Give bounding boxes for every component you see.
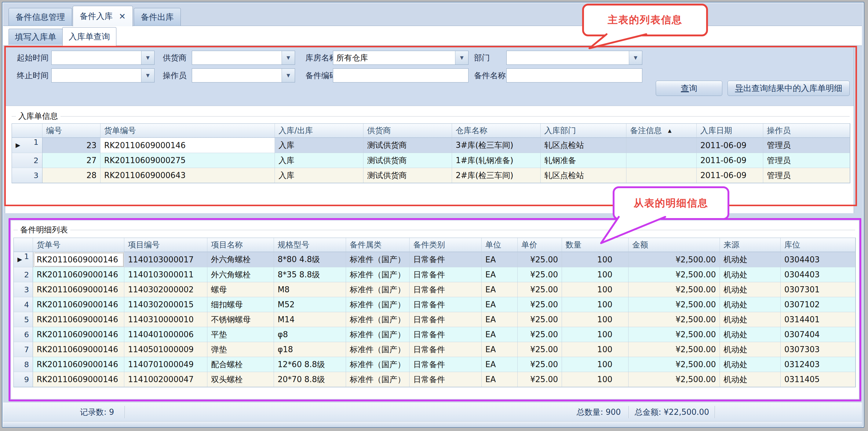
table-cell[interactable]: 细扣螺母 <box>207 297 274 312</box>
table-cell[interactable]: 管理员 <box>763 138 850 153</box>
table-cell[interactable]: RK20110609000146 <box>33 252 124 267</box>
table-cell[interactable]: ¥25.00 <box>518 267 562 282</box>
table-row[interactable]: 2RK201106090001461140103000011外六角螺栓8*35 … <box>14 267 856 282</box>
supplier-combo[interactable]: ▼ <box>192 51 295 65</box>
table-row[interactable]: 5RK201106090001461140310000010不锈钢螺母M14标准… <box>14 312 856 327</box>
table-cell[interactable]: 0307102 <box>781 297 856 312</box>
table-cell[interactable]: 平垫 <box>207 327 274 342</box>
table-cell[interactable]: 8*35 8.8级 <box>274 267 346 282</box>
table-cell[interactable]: 管理员 <box>763 168 850 183</box>
table-cell[interactable]: 2011-06-09 <box>697 168 763 183</box>
table-cell[interactable]: RK20110609000146 <box>33 267 124 282</box>
table-cell[interactable]: RK20110609000146 <box>33 342 124 357</box>
table-cell[interactable]: 标准件（国产） <box>346 327 409 342</box>
row-indicator-header[interactable] <box>14 238 33 252</box>
table-cell[interactable]: 100 <box>562 267 628 282</box>
table-cell[interactable]: 1141002000047 <box>124 372 207 387</box>
table-cell[interactable]: 0304403 <box>781 252 856 267</box>
table-cell[interactable]: ¥2,500.00 <box>628 372 720 387</box>
column-header[interactable]: 编号 <box>42 124 100 138</box>
table-row[interactable]: 4RK201106090001461140302000015细扣螺母M52标准件… <box>14 297 856 312</box>
tab-part-info-management[interactable]: 备件信息管理 <box>8 8 72 26</box>
query-button[interactable]: 查询 <box>656 81 722 96</box>
table-cell[interactable]: 机动处 <box>720 282 781 297</box>
table-cell[interactable]: 入库 <box>275 168 364 183</box>
table-cell[interactable]: 轧钢准备 <box>540 153 626 168</box>
column-header[interactable]: 入库/出库 <box>275 124 364 138</box>
table-cell[interactable]: 螺母 <box>207 282 274 297</box>
column-header[interactable]: 单价 <box>518 238 562 252</box>
table-cell[interactable]: EA <box>482 282 518 297</box>
dropdown-arrow-button[interactable]: ▼ <box>455 51 468 64</box>
column-header[interactable]: 备件类别 <box>409 238 482 252</box>
table-cell[interactable]: 标准件（国产） <box>346 372 409 387</box>
table-cell[interactable]: RK20110609000146 <box>33 372 124 387</box>
table-cell[interactable]: 0307301 <box>781 282 856 297</box>
table-cell[interactable]: 测试供货商 <box>364 153 452 168</box>
dropdown-arrow-button[interactable]: ▼ <box>282 69 295 82</box>
table-cell[interactable]: 0311405 <box>781 372 856 387</box>
table-cell[interactable]: 标准件（国产） <box>346 267 409 282</box>
row-indicator[interactable]: ▶1 <box>12 138 42 153</box>
table-row[interactable]: 6RK201106090001461140401000006平垫φ8标准件（国产… <box>14 327 856 342</box>
row-indicator[interactable]: 5 <box>14 312 33 327</box>
end-time-combo[interactable]: ▼ <box>51 68 155 83</box>
table-cell[interactable]: 机动处 <box>720 252 781 267</box>
row-indicator[interactable]: 3 <box>12 168 42 183</box>
warehouse-combo[interactable]: 所有仓库 ▼ <box>333 51 468 65</box>
table-row[interactable]: 9RK201106090001461141002000047双头螺栓20*70 … <box>14 372 856 387</box>
table-cell[interactable] <box>626 138 697 153</box>
table-cell[interactable]: ¥25.00 <box>518 372 562 387</box>
table-cell[interactable]: ¥2,500.00 <box>628 282 720 297</box>
table-cell[interactable]: 1140302000002 <box>124 282 207 297</box>
table-cell[interactable]: φ8 <box>274 327 346 342</box>
table-cell[interactable]: ¥25.00 <box>518 357 562 372</box>
table-cell[interactable]: 日常备件 <box>409 312 482 327</box>
table-cell[interactable]: M8 <box>274 282 346 297</box>
table-cell[interactable]: ¥25.00 <box>518 252 562 267</box>
row-indicator[interactable]: 7 <box>14 342 33 357</box>
column-header[interactable]: 货单号 <box>33 238 124 252</box>
column-header[interactable]: 供货商 <box>364 124 452 138</box>
column-header[interactable]: 备件属类 <box>346 238 409 252</box>
table-cell[interactable]: 8*80 4.8级 <box>274 252 346 267</box>
column-header[interactable]: 库位 <box>781 238 856 252</box>
row-indicator[interactable]: 9 <box>14 372 33 387</box>
table-cell[interactable]: ¥2,500.00 <box>628 312 720 327</box>
close-tab-icon[interactable]: ✕ <box>119 11 126 21</box>
row-indicator[interactable]: ▶1 <box>14 252 33 267</box>
table-cell[interactable]: 入库 <box>275 153 364 168</box>
table-cell[interactable]: ¥2,500.00 <box>628 267 720 282</box>
table-cell[interactable]: ¥25.00 <box>518 327 562 342</box>
table-cell[interactable]: ¥25.00 <box>518 297 562 312</box>
tab-part-inbound[interactable]: 备件入库 ✕ <box>73 6 133 26</box>
table-cell[interactable]: 机动处 <box>720 312 781 327</box>
table-cell[interactable]: 机动处 <box>720 297 781 312</box>
row-indicator[interactable]: 6 <box>14 327 33 342</box>
table-cell[interactable]: 日常备件 <box>409 327 482 342</box>
table-cell[interactable]: 日常备件 <box>409 372 482 387</box>
table-cell[interactable]: 2#库(检三车间) <box>452 168 540 183</box>
table-cell[interactable]: RK20110609000146 <box>33 312 124 327</box>
table-cell[interactable]: 1140701000049 <box>124 357 207 372</box>
table-cell[interactable] <box>626 153 697 168</box>
dropdown-arrow-button[interactable]: ▼ <box>629 51 642 64</box>
table-cell[interactable]: 配合螺栓 <box>207 357 274 372</box>
row-indicator-header[interactable] <box>12 124 42 138</box>
table-cell[interactable]: ¥25.00 <box>518 282 562 297</box>
table-cell[interactable]: 标准件（国产） <box>346 297 409 312</box>
column-header[interactable]: 规格型号 <box>274 238 346 252</box>
table-cell[interactable]: 日常备件 <box>409 342 482 357</box>
table-cell[interactable]: 弹垫 <box>207 342 274 357</box>
table-cell[interactable]: 标准件（国产） <box>346 342 409 357</box>
column-header[interactable]: 操作员 <box>763 124 850 138</box>
column-header[interactable]: 备注信息▲ <box>626 124 697 138</box>
table-cell[interactable]: 日常备件 <box>409 297 482 312</box>
table-cell[interactable]: 100 <box>562 342 628 357</box>
row-indicator[interactable]: 2 <box>12 153 42 168</box>
table-row[interactable]: 3RK201106090001461140302000002螺母M8标准件（国产… <box>14 282 856 297</box>
table-row[interactable]: 8RK201106090001461140701000049配合螺栓12*60 … <box>14 357 856 372</box>
row-indicator[interactable]: 8 <box>14 357 33 372</box>
table-cell[interactable]: ¥2,500.00 <box>628 252 720 267</box>
column-header[interactable]: 入库日期 <box>697 124 763 138</box>
